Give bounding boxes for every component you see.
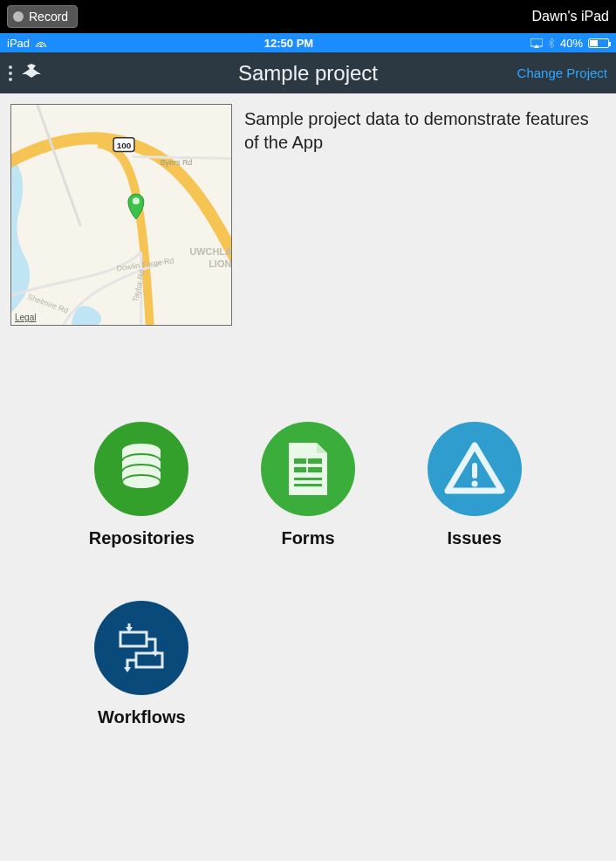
battery-pct-label: 40% — [560, 37, 583, 50]
record-button[interactable]: Record — [7, 5, 78, 28]
svg-marker-27 — [124, 667, 131, 672]
workflow-icon — [94, 601, 188, 695]
nav-bar: Sample project Change Project — [0, 52, 616, 93]
tile-grid: Repositories Forms — [10, 422, 606, 727]
airplay-icon — [530, 38, 543, 48]
svg-rect-18 — [308, 467, 322, 472]
wifi-icon — [35, 38, 47, 47]
record-indicator-icon — [13, 11, 24, 22]
svg-rect-16 — [308, 458, 322, 464]
svg-rect-17 — [294, 467, 306, 472]
battery-icon — [588, 38, 609, 48]
device-frame: Record Dawn's iPad iPad 12:50 PM 40% — [0, 0, 616, 861]
svg-rect-21 — [472, 463, 477, 479]
svg-point-22 — [471, 481, 477, 487]
recorder-bar: Record Dawn's iPad — [0, 0, 616, 33]
svg-rect-20 — [294, 484, 322, 486]
content-area: 100 Byers Rd Dowlin Forge Rd Shelmire Rd… — [0, 93, 616, 861]
carrier-label: iPad — [7, 37, 30, 50]
status-bar: iPad 12:50 PM 40% — [0, 33, 616, 52]
svg-text:LIONV: LIONV — [209, 258, 231, 269]
svg-rect-15 — [294, 458, 306, 464]
svg-text:UWCHLAN: UWCHLAN — [189, 246, 231, 257]
project-description: Sample project data to demonstrate featu… — [244, 104, 606, 326]
svg-rect-19 — [294, 478, 322, 480]
project-header-row: 100 Byers Rd Dowlin Forge Rd Shelmire Rd… — [10, 104, 606, 326]
tile-issues[interactable]: Issues — [395, 422, 553, 548]
tile-label: Issues — [448, 528, 502, 548]
change-project-button[interactable]: Change Project — [517, 65, 607, 80]
svg-rect-24 — [120, 632, 147, 646]
map-legal-link[interactable]: Legal — [15, 313, 36, 322]
svg-point-4 — [133, 197, 140, 204]
tile-label: Forms — [281, 528, 334, 548]
tile-forms[interactable]: Forms — [229, 422, 387, 548]
database-icon — [94, 422, 188, 516]
project-map[interactable]: 100 Byers Rd Dowlin Forge Rd Shelmire Rd… — [10, 104, 232, 326]
status-time: 12:50 PM — [264, 37, 313, 50]
drag-dots-icon — [9, 65, 12, 81]
status-right: 40% — [530, 37, 609, 50]
menu-button[interactable] — [9, 62, 44, 85]
device-name-label: Dawn's iPad — [532, 9, 609, 24]
tile-label: Repositories — [89, 528, 195, 548]
tile-workflows[interactable]: Workflows — [63, 601, 221, 727]
map-route-badge: 100 — [117, 141, 132, 150]
svg-text:Byers Rd: Byers Rd — [161, 158, 193, 167]
tile-repositories[interactable]: Repositories — [63, 422, 221, 548]
tile-label: Workflows — [98, 707, 186, 727]
status-left: iPad — [7, 37, 47, 50]
record-label: Record — [29, 10, 68, 24]
svg-rect-26 — [136, 653, 162, 667]
form-icon — [261, 422, 355, 516]
warning-icon — [428, 422, 522, 516]
app-logo-icon — [19, 62, 44, 85]
bluetooth-icon — [548, 38, 555, 48]
